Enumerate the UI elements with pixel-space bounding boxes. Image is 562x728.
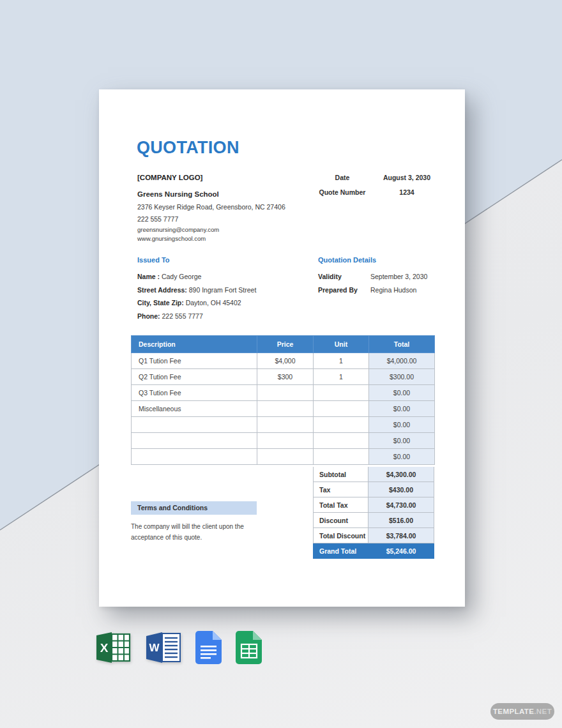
- item-price: [257, 385, 314, 401]
- item-total: $0.00: [369, 417, 435, 433]
- prepared-by-value: Regina Hudson: [370, 284, 416, 297]
- items-row: Q2 Tution Fee $300 1 $300.00: [132, 369, 435, 385]
- item-description: Q3 Tution Fee: [132, 385, 257, 401]
- grand-total-label: Grand Total: [313, 543, 368, 559]
- street-value: 890 Ingram Fort Street: [189, 286, 257, 294]
- document-page: QUOTATION [COMPANY LOGO] Greens Nursing …: [99, 89, 465, 607]
- item-description: Miscellaneous: [132, 401, 257, 417]
- terms-heading: Terms and Conditions: [131, 501, 257, 515]
- item-description: [132, 433, 257, 449]
- items-row: Q1 Tution Fee $4,000 1 $4,000.00: [132, 353, 435, 369]
- item-price: $300: [257, 369, 314, 385]
- date-row: Date August 3, 2030: [314, 174, 443, 181]
- validity-row: Validity September 3, 2030: [318, 270, 427, 284]
- date-label: Date: [314, 174, 371, 181]
- company-address: 2376 Keyser Ridge Road, Greensboro, NC 2…: [137, 203, 285, 211]
- item-description: Q1 Tution Fee: [132, 353, 257, 369]
- excel-icon[interactable]: X: [96, 630, 132, 665]
- issued-to-block: Issued To Name : Cady George Street Addr…: [137, 256, 256, 322]
- excel-letter: X: [100, 641, 109, 655]
- totals-table: Subtotal $4,300.00 Tax $430.00 Total Tax…: [313, 467, 434, 559]
- col-header-total: Total: [369, 336, 435, 353]
- phone-label: Phone:: [137, 312, 160, 320]
- item-price: $4,000: [257, 353, 314, 369]
- word-letter: W: [149, 642, 160, 654]
- total-discount-row: Total Discount $3,784.00: [313, 528, 434, 543]
- city-value: Dayton, OH 45402: [186, 299, 241, 307]
- discount-value: $516.00: [368, 513, 434, 528]
- total-tax-value: $4,730.00: [368, 497, 434, 513]
- issued-phone-row: Phone: 222 555 7777: [137, 310, 256, 323]
- company-phone: 222 555 7777: [137, 215, 285, 223]
- item-total: $0.00: [369, 449, 435, 465]
- item-total: $0.00: [369, 385, 435, 401]
- col-header-unit: Unit: [314, 336, 369, 353]
- tax-row: Tax $430.00: [313, 482, 434, 497]
- issued-to-heading: Issued To: [137, 256, 256, 264]
- item-unit: [314, 449, 369, 465]
- grand-total-value: $5,246.00: [368, 543, 434, 559]
- grand-total-row: Grand Total $5,246.00: [313, 543, 434, 559]
- google-docs-icon[interactable]: [195, 631, 222, 664]
- tax-label: Tax: [313, 482, 368, 497]
- tax-value: $430.00: [368, 482, 434, 497]
- item-unit: [314, 433, 369, 449]
- subtotal-value: $4,300.00: [368, 467, 434, 482]
- page-title: QUOTATION: [137, 138, 239, 158]
- templatenet-badge[interactable]: TEMPLATE.NET: [490, 703, 554, 720]
- phone-value: 222 555 7777: [162, 312, 203, 320]
- item-unit: [314, 417, 369, 433]
- terms-body: The company will bill the client upon th…: [131, 521, 260, 543]
- street-label: Street Address:: [137, 286, 187, 294]
- quotation-details-heading: Quotation Details: [318, 256, 427, 264]
- subtotal-row: Subtotal $4,300.00: [313, 467, 434, 482]
- badge-brand: TEMPLATE: [493, 708, 534, 715]
- company-logo-placeholder: [COMPANY LOGO]: [137, 174, 285, 181]
- col-header-price: Price: [257, 336, 314, 353]
- item-description: [132, 417, 257, 433]
- subtotal-label: Subtotal: [313, 467, 368, 482]
- col-header-description: Description: [132, 336, 257, 353]
- total-tax-row: Total Tax $4,730.00: [313, 497, 434, 513]
- company-block: [COMPANY LOGO] Greens Nursing School 237…: [137, 174, 285, 242]
- items-row: Q3 Tution Fee $0.00: [132, 385, 435, 401]
- quote-number-row: Quote Number 1234: [314, 188, 443, 196]
- name-label: Name :: [137, 273, 160, 280]
- prepared-by-row: Prepared By Regina Hudson: [318, 284, 427, 297]
- item-unit: 1: [314, 353, 369, 369]
- quote-meta: Date August 3, 2030 Quote Number 1234: [314, 174, 443, 203]
- item-unit: 1: [314, 369, 369, 385]
- items-header-row: Description Price Unit Total: [132, 336, 435, 353]
- items-row: $0.00: [132, 417, 435, 433]
- word-icon[interactable]: W: [145, 630, 182, 665]
- total-discount-value: $3,784.00: [368, 528, 434, 543]
- google-sheets-icon[interactable]: [236, 631, 262, 664]
- prepared-by-label: Prepared By: [318, 284, 370, 297]
- items-row: $0.00: [132, 433, 435, 449]
- company-website: www.gnursingschool.com: [137, 235, 285, 242]
- items-row: $0.00: [132, 449, 435, 465]
- item-price: [257, 449, 314, 465]
- total-tax-label: Total Tax: [313, 497, 368, 513]
- quote-number-value: 1234: [371, 188, 443, 196]
- city-label: City, State Zip:: [137, 299, 184, 307]
- item-price: [257, 433, 314, 449]
- issued-street-row: Street Address: 890 Ingram Fort Street: [137, 284, 256, 297]
- issued-name-row: Name : Cady George: [137, 270, 256, 284]
- name-value: Cady George: [162, 273, 201, 280]
- item-total: $0.00: [369, 433, 435, 449]
- total-discount-label: Total Discount: [313, 528, 368, 543]
- date-value: August 3, 2030: [371, 174, 443, 181]
- item-total: $300.00: [369, 369, 435, 385]
- item-total: $0.00: [369, 401, 435, 417]
- item-price: [257, 417, 314, 433]
- file-format-icons: X W: [96, 630, 262, 665]
- item-description: [132, 449, 257, 465]
- quotation-details-block: Quotation Details Validity September 3, …: [318, 256, 427, 296]
- discount-row: Discount $516.00: [313, 513, 434, 528]
- company-email: greensnursing@company.com: [137, 226, 285, 233]
- quote-number-label: Quote Number: [314, 188, 371, 196]
- discount-label: Discount: [313, 513, 368, 528]
- badge-tld: .NET: [534, 708, 552, 715]
- item-price: [257, 401, 314, 417]
